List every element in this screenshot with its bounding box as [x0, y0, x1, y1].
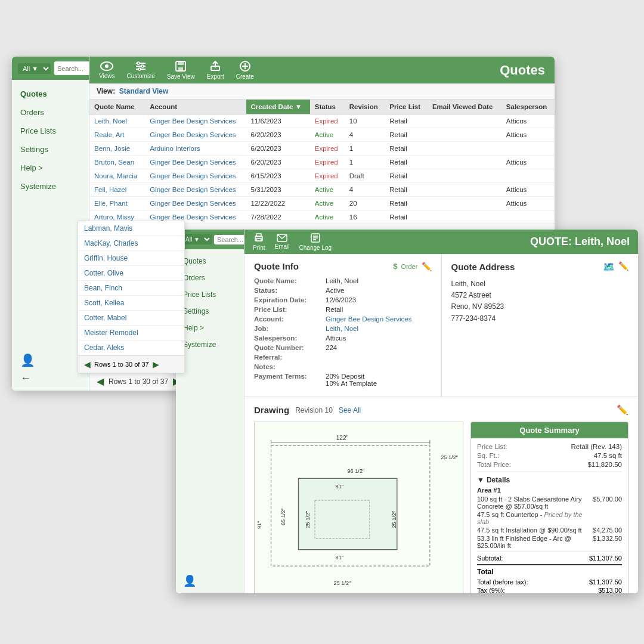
cell-status: Active — [310, 210, 345, 224]
sidebar2-item-settings[interactable]: Settings — [176, 303, 244, 320]
quote-address-title: Quote Address — [451, 262, 515, 272]
sidebar-item-pricelists[interactable]: Price Lists — [12, 122, 89, 140]
account-link[interactable]: Ginger Bee Design Services — [150, 200, 236, 207]
cell-pricelist: Retail — [385, 169, 428, 183]
account-link[interactable]: Ginger Bee Design Services — [150, 159, 236, 166]
qs-area-title: Area #1 — [477, 487, 622, 494]
table-row[interactable]: Noura, Marcia Ginger Bee Design Services… — [89, 169, 555, 183]
sidebar2-item-systemize[interactable]: Systemize — [176, 336, 244, 353]
pagination-info: Rows 1 to 30 of 37 — [109, 377, 168, 386]
cell-account: Ginger Bee Design Services — [145, 169, 246, 183]
cell-revision: 16 — [345, 210, 385, 224]
sidebar-item-settings[interactable]: Settings — [12, 140, 89, 159]
sidebar-item-orders[interactable]: Orders — [12, 103, 89, 122]
drawing-edit-icon[interactable]: ✏️ — [617, 404, 628, 416]
customize-button[interactable]: Customize — [127, 61, 155, 79]
list-item[interactable]: Meister Remodel — [78, 326, 184, 340]
account-link[interactable]: Ginger Bee Design Services — [326, 315, 411, 323]
name-list-next[interactable]: ▶ — [153, 360, 159, 369]
sidebar2-item-pricelists[interactable]: Price Lists — [176, 286, 244, 303]
list-item[interactable]: Cotter, Mabel — [78, 311, 184, 326]
user-icon[interactable]: 👤 — [20, 353, 80, 367]
sidebar2-item-orders[interactable]: Orders — [176, 270, 244, 286]
list-item[interactable]: Griffin, House — [78, 251, 184, 266]
svg-rect-17 — [256, 239, 261, 241]
col-salesperson[interactable]: Salesperson — [501, 100, 555, 114]
account-link[interactable]: Ginger Bee Design Services — [150, 186, 236, 193]
save-view-button[interactable]: Save View — [167, 60, 195, 80]
sidebar-item-quotes[interactable]: Quotes — [12, 85, 89, 103]
edit-icon[interactable]: ✏️ — [422, 262, 432, 271]
table-row[interactable]: Elle, Phant Ginger Bee Design Services 1… — [89, 197, 555, 210]
order-link[interactable]: Order — [401, 263, 417, 270]
svg-rect-10 — [178, 67, 183, 70]
table-row[interactable]: Reale, Art Ginger Bee Design Services 6/… — [89, 128, 555, 142]
drawing-body: 122" 25 1/2" 91" 96 1/2" 65 1/2" 81" 81"… — [254, 422, 628, 593]
map-icon[interactable]: 🗺️ — [603, 261, 615, 273]
name-list-prev[interactable]: ◀ — [84, 360, 91, 369]
account-link[interactable]: Ginger Bee Design Services — [150, 131, 236, 138]
email-button[interactable]: Email — [275, 234, 290, 250]
all-dropdown[interactable]: All ▼ — [18, 63, 51, 74]
qs-total-row: Total Price: $11,820.50 — [477, 461, 622, 468]
cell-name: Leith, Noel — [89, 114, 145, 128]
quote-name-link[interactable]: Reale, Art — [94, 131, 125, 138]
quote-name-link[interactable]: Bruton, Sean — [94, 159, 134, 166]
svg-text:81": 81" — [336, 555, 343, 561]
col-status[interactable]: Status — [310, 100, 345, 114]
sidebar2-item-quotes[interactable]: Quotes — [176, 253, 244, 270]
sidebar-item-systemize[interactable]: Systemize — [12, 177, 89, 196]
list-item[interactable]: Cedar, Aleks — [78, 340, 184, 355]
account-link[interactable]: Ginger Bee Design Services — [150, 172, 236, 179]
cell-email-viewed — [428, 169, 501, 183]
list-item[interactable]: Cotter, Olive — [78, 266, 184, 281]
user-icon2[interactable]: 👤 — [183, 574, 237, 587]
all-dropdown2[interactable]: All ▼ — [181, 234, 212, 244]
quote-name-link[interactable]: Benn, Josie — [94, 145, 130, 152]
col-quote-name[interactable]: Quote Name — [89, 100, 145, 114]
list-item[interactable]: Scott, Kellea — [78, 296, 184, 311]
table-row[interactable]: Leith, Noel Ginger Bee Design Services 1… — [89, 114, 555, 128]
info-section: Quote Info $ Order ✏️ Quote Name: Leith,… — [244, 254, 638, 397]
quote-name-link[interactable]: Arturo, Missy — [94, 213, 134, 221]
view-name[interactable]: Standard View — [119, 87, 168, 95]
col-created-date[interactable]: Created Date ▼ — [246, 100, 310, 114]
quote-name-link[interactable]: Noura, Marcia — [94, 172, 137, 179]
account-link[interactable]: Arduino Interiors — [150, 145, 200, 152]
account-link[interactable]: Ginger Bee Design Services — [150, 213, 236, 221]
collapse-arrow-icon[interactable]: ← — [20, 372, 80, 385]
change-log-button[interactable]: Change Log — [299, 233, 332, 251]
address-edit-icon[interactable]: ✏️ — [618, 261, 628, 273]
col-revision[interactable]: Revision — [345, 100, 385, 114]
print-button[interactable]: Print — [253, 233, 265, 251]
account-link[interactable]: Ginger Bee Design Services — [150, 117, 236, 125]
list-item[interactable]: MacKay, Charles — [78, 236, 184, 251]
info-row-salesperson: Salesperson: Atticus — [254, 335, 432, 342]
cell-status: Expired — [310, 114, 345, 128]
quote-name-link[interactable]: Leith, Noel — [94, 117, 127, 125]
job-link[interactable]: Leith, Noel — [326, 325, 358, 332]
col-email-viewed[interactable]: Email Viewed Date — [428, 100, 501, 114]
table-row[interactable]: Benn, Josie Arduino Interiors 6/20/2023 … — [89, 142, 555, 156]
table-row[interactable]: Fell, Hazel Ginger Bee Design Services 5… — [89, 183, 555, 197]
col-account[interactable]: Account — [145, 100, 246, 114]
pagination-prev[interactable]: ◀ — [97, 376, 104, 387]
cell-salesperson: Atticus — [501, 183, 555, 197]
table-row[interactable]: Bruton, Sean Ginger Bee Design Services … — [89, 156, 555, 169]
list-item[interactable]: Labman, Mavis — [78, 221, 184, 236]
svg-text:122": 122" — [336, 435, 349, 441]
quote-name-link[interactable]: Fell, Hazel — [94, 186, 126, 193]
col-price-list[interactable]: Price List — [385, 100, 428, 114]
views-button[interactable]: Views — [99, 61, 115, 79]
see-all-link[interactable]: See All — [339, 406, 361, 414]
sidebar2-item-help[interactable]: Help > — [176, 320, 244, 336]
list-item[interactable]: Bean, Finch — [78, 281, 184, 296]
qs-details-toggle[interactable]: ▼ Details — [477, 476, 622, 484]
cell-name: Noura, Marcia — [89, 169, 145, 183]
name-list-panel: Labman, MavisMacKay, CharlesGriffin, Hou… — [78, 221, 185, 373]
quote-name-link[interactable]: Elle, Phant — [94, 200, 128, 207]
cell-pricelist: Retail — [385, 114, 428, 128]
export-button[interactable]: Export — [207, 60, 224, 80]
sidebar-item-help[interactable]: Help > — [12, 159, 89, 177]
create-button[interactable]: Create — [236, 60, 254, 80]
